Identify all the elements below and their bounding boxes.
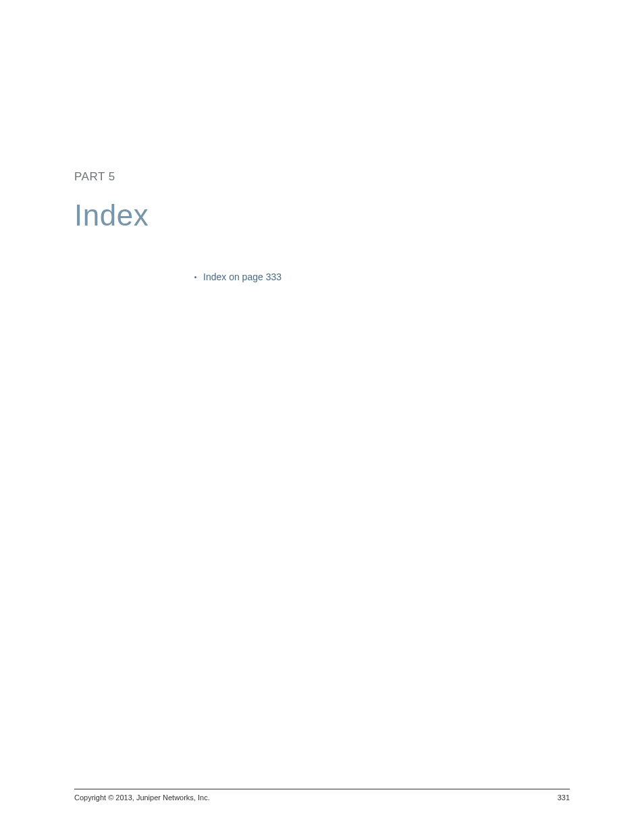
bullet-icon	[194, 276, 196, 278]
page-number: 331	[558, 793, 570, 802]
part-label: PART 5	[74, 170, 570, 184]
bullet-list: Index on page 333	[74, 271, 570, 282]
main-title: Index	[74, 199, 570, 232]
footer: Copyright © 2013, Juniper Networks, Inc.…	[74, 789, 570, 802]
page-content: PART 5 Index Index on page 333	[0, 0, 644, 282]
copyright-text: Copyright © 2013, Juniper Networks, Inc.	[74, 793, 210, 802]
list-item: Index on page 333	[194, 271, 570, 282]
index-link[interactable]: Index on page 333	[203, 271, 281, 282]
